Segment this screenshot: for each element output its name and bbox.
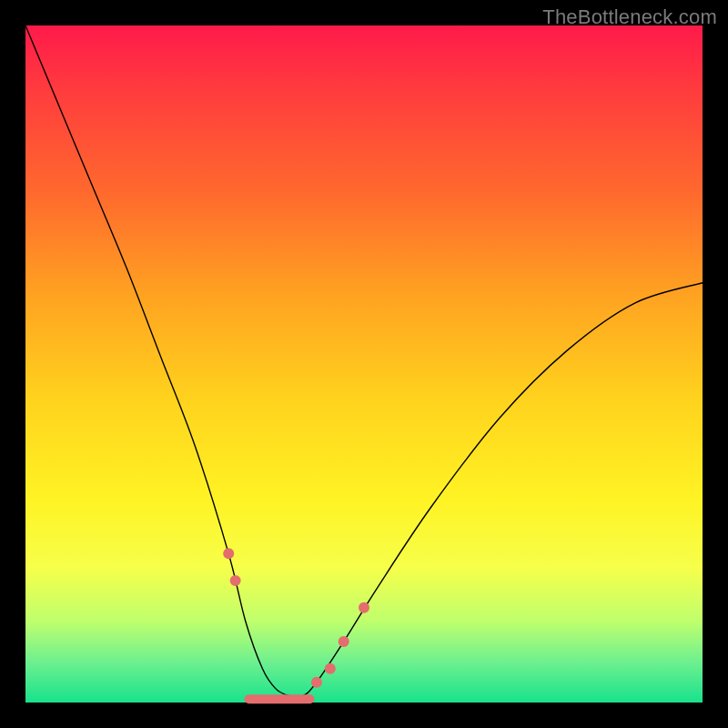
plot-area	[25, 25, 703, 703]
highlight-dot	[311, 677, 322, 688]
watermark-label: TheBottleneck.com	[542, 5, 717, 29]
chart-frame: TheBottleneck.com	[0, 0, 728, 728]
highlight-dot	[230, 575, 241, 586]
highlight-dot	[223, 548, 234, 559]
highlight-dot	[359, 602, 369, 613]
highlight-dot	[339, 636, 349, 647]
bottleneck-curve-svg	[25, 25, 703, 703]
highlight-dot	[325, 663, 336, 674]
bottleneck-curve-path	[25, 25, 703, 697]
